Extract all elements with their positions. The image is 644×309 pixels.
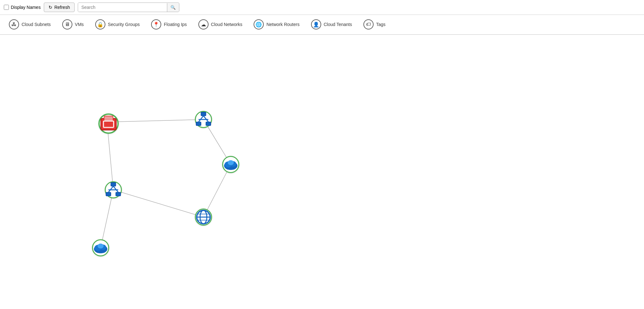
search-icon: 🔍 [170, 5, 176, 10]
refresh-icon: ↻ [49, 5, 52, 10]
nav-bar: 🖧 Cloud Subnets 🖥 VMs 🔒 Security Groups … [0, 15, 644, 35]
nav-label-tags: Tags [376, 22, 386, 27]
nav-label-cloud-tenants: Cloud Tenants [324, 22, 352, 27]
nav-item-network-routers[interactable]: 🌐 Network Routers [248, 15, 305, 35]
svg-rect-1 [104, 116, 113, 121]
nav-item-tags[interactable]: 🏷 Tags [358, 15, 391, 35]
nav-icon-floating-ips: 📍 [151, 19, 161, 29]
svg-rect-14 [106, 192, 111, 196]
edge-main-n1 [107, 119, 203, 122]
nav-icon-network-routers: 🌐 [254, 19, 264, 29]
svg-point-27 [97, 244, 103, 248]
node-main[interactable] [98, 113, 119, 134]
node-circle-n4 [195, 209, 212, 226]
edge-n3-n4 [113, 190, 203, 217]
svg-rect-15 [116, 192, 121, 196]
nav-label-security-groups: Security Groups [108, 22, 140, 27]
nav-item-cloud-networks[interactable]: ☁ Cloud Networks [193, 15, 248, 35]
nav-label-vms: VMs [75, 22, 84, 27]
svg-rect-13 [111, 183, 116, 186]
nav-item-cloud-subnets[interactable]: 🖧 Cloud Subnets [3, 15, 56, 35]
svg-rect-5 [206, 122, 211, 126]
node-circle-n5 [92, 239, 109, 256]
nav-label-cloud-subnets: Cloud Subnets [22, 22, 51, 27]
nav-icon-security-groups: 🔒 [95, 19, 105, 29]
display-names-label[interactable]: Display Names [4, 5, 41, 10]
node-n1[interactable] [195, 111, 212, 128]
node-n3[interactable] [105, 181, 122, 198]
node-n4[interactable] [195, 209, 212, 226]
node-circle-main [98, 113, 119, 134]
nav-item-cloud-tenants[interactable]: 👤 Cloud Tenants [305, 15, 358, 35]
node-circle-n2 [222, 156, 239, 173]
svg-rect-3 [201, 112, 206, 116]
svg-line-17 [113, 186, 118, 192]
node-n2[interactable] [222, 156, 239, 173]
nav-label-network-routers: Network Routers [266, 22, 299, 27]
nav-icon-cloud-tenants: 👤 [311, 19, 321, 29]
node-circle-n1 [195, 111, 212, 128]
refresh-button[interactable]: ↻ Refresh [44, 3, 75, 12]
svg-line-16 [109, 186, 113, 192]
nav-icon-cloud-subnets: 🖧 [9, 19, 19, 29]
nav-icon-vms: 🖥 [62, 19, 72, 29]
nav-item-security-groups[interactable]: 🔒 Security Groups [90, 15, 145, 35]
display-names-text: Display Names [11, 5, 41, 10]
toolbar: Display Names ↻ Refresh 🔍 [0, 0, 644, 15]
svg-line-6 [199, 116, 203, 122]
nav-label-floating-ips: Floating Ips [164, 22, 187, 27]
svg-point-12 [228, 160, 234, 165]
nav-label-cloud-networks: Cloud Networks [211, 22, 242, 27]
node-n5[interactable] [92, 239, 109, 256]
edges-svg [0, 35, 644, 306]
nav-icon-cloud-networks: ☁ [198, 19, 209, 29]
search-input[interactable] [78, 3, 167, 12]
nav-icon-tags: 🏷 [363, 19, 374, 29]
svg-line-7 [203, 116, 208, 122]
display-names-checkbox[interactable] [4, 5, 9, 10]
canvas-area [0, 35, 644, 306]
refresh-label: Refresh [54, 5, 70, 10]
nav-item-floating-ips[interactable]: 📍 Floating Ips [145, 15, 192, 35]
search-button[interactable]: 🔍 [167, 3, 179, 12]
node-circle-n3 [105, 181, 122, 198]
nav-item-vms[interactable]: 🖥 VMs [56, 15, 90, 35]
svg-rect-4 [196, 122, 201, 126]
search-container: 🔍 [78, 3, 179, 12]
